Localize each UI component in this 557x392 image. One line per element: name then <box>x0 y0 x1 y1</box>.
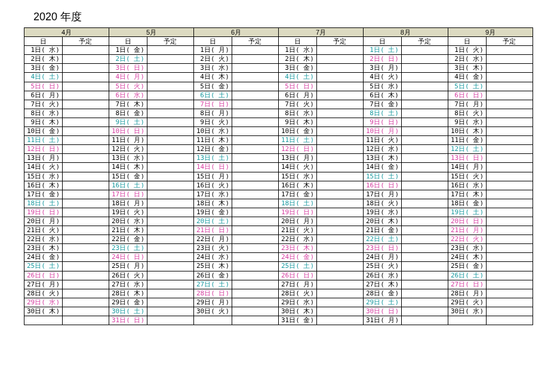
plan-cell <box>232 55 278 64</box>
date-cell <box>193 316 232 325</box>
plan-cell <box>62 226 109 235</box>
plan-cell <box>232 181 278 190</box>
plan-cell <box>147 190 193 199</box>
plan-cell <box>147 280 193 289</box>
plan-cell <box>232 91 278 100</box>
date-cell: 8日( 水) <box>24 109 63 118</box>
date-cell: 22日( 月) <box>193 235 232 244</box>
date-cell: 16日( 木) <box>24 181 63 190</box>
date-cell: 10日( 金) <box>278 127 316 136</box>
date-cell: 9日( 水) <box>448 118 486 126</box>
plan-cell <box>147 316 193 325</box>
plan-cell <box>147 289 193 298</box>
subheader-date: 日 <box>363 37 401 46</box>
date-cell: 17日( 金) <box>24 190 63 199</box>
plan-cell <box>486 46 533 55</box>
plan-cell <box>147 298 193 307</box>
date-cell: 1日( 水) <box>24 46 63 55</box>
date-cell: 24日( 水) <box>193 253 232 262</box>
date-cell: 22日( 土) <box>363 235 401 244</box>
plan-cell <box>486 100 533 109</box>
date-cell: 14日( 月) <box>448 163 486 172</box>
plan-cell <box>147 262 193 271</box>
plan-cell <box>62 163 109 172</box>
plan-cell <box>232 289 278 298</box>
date-cell: 6日( 月) <box>278 91 316 100</box>
plan-cell <box>316 307 363 316</box>
plan-cell <box>401 208 448 217</box>
date-cell: 24日( 金) <box>24 253 63 262</box>
date-cell: 4日( 月) <box>109 73 147 82</box>
date-cell: 18日( 月) <box>109 199 147 208</box>
plan-cell <box>62 109 109 118</box>
date-cell: 12日( 火) <box>109 145 147 154</box>
plan-cell <box>316 208 363 217</box>
plan-cell <box>232 82 278 91</box>
plan-cell <box>62 100 109 109</box>
date-cell: 9日( 火) <box>193 118 232 126</box>
date-cell: 20日( 日) <box>448 217 486 226</box>
date-cell: 16日( 水) <box>448 181 486 190</box>
calendar-row: 25日( 土)25日( 月)25日( 木)25日( 土)25日( 火)25日( … <box>24 262 533 271</box>
date-cell: 3日( 水) <box>193 64 232 73</box>
date-cell: 7日( 日) <box>193 100 232 109</box>
plan-cell <box>316 109 363 118</box>
date-cell: 30日( 水) <box>448 307 486 316</box>
plan-cell <box>232 190 278 199</box>
date-cell: 15日( 土) <box>363 172 401 181</box>
plan-cell <box>316 271 363 280</box>
plan-cell <box>486 145 533 154</box>
plan-cell <box>316 136 363 145</box>
date-cell: 20日( 土) <box>193 217 232 226</box>
plan-cell <box>232 307 278 316</box>
date-cell: 1日( 土) <box>363 46 401 55</box>
plan-cell <box>486 271 533 280</box>
plan-cell <box>486 262 533 271</box>
plan-cell <box>232 298 278 307</box>
plan-cell <box>232 244 278 253</box>
plan-cell <box>62 172 109 181</box>
date-cell: 1日( 火) <box>448 46 486 55</box>
calendar-row: 31日( 日)31日( 金)31日( 月) <box>24 316 533 325</box>
subheader-date: 日 <box>109 37 147 46</box>
plan-cell <box>147 217 193 226</box>
plan-cell <box>401 145 448 154</box>
date-cell: 6日( 土) <box>193 91 232 100</box>
plan-cell <box>401 226 448 235</box>
date-cell: 12日( 金) <box>193 145 232 154</box>
plan-cell <box>62 271 109 280</box>
calendar-row: 4日( 土)4日( 月)4日( 木)4日( 土)4日( 火)4日( 金) <box>24 73 533 82</box>
plan-cell <box>316 280 363 289</box>
date-cell: 11日( 火) <box>363 136 401 145</box>
date-cell: 9日( 日) <box>363 118 401 126</box>
plan-cell <box>232 253 278 262</box>
date-cell: 16日( 火) <box>193 181 232 190</box>
date-cell: 23日( 木) <box>278 244 316 253</box>
date-cell: 6日( 木) <box>363 91 401 100</box>
plan-cell <box>62 82 109 91</box>
date-cell: 6日( 水) <box>109 91 147 100</box>
plan-cell <box>316 226 363 235</box>
date-cell: 29日( 火) <box>448 298 486 307</box>
date-cell: 13日( 土) <box>193 154 232 163</box>
date-cell: 25日( 木) <box>193 262 232 271</box>
date-cell: 26日( 土) <box>448 271 486 280</box>
plan-cell <box>147 271 193 280</box>
calendar-row: 2日( 木)2日( 土)2日( 火)2日( 木)2日( 日)2日( 水) <box>24 55 533 64</box>
date-cell: 2日( 日) <box>363 55 401 64</box>
calendar-row: 14日( 火)14日( 木)14日( 日)14日( 火)14日( 金)14日( … <box>24 163 533 172</box>
date-cell: 21日( 木) <box>109 226 147 235</box>
plan-cell <box>147 64 193 73</box>
date-cell: 27日( 月) <box>24 280 63 289</box>
date-cell: 18日( 火) <box>363 199 401 208</box>
plan-cell <box>316 73 363 82</box>
date-cell: 9日( 木) <box>278 118 316 126</box>
date-cell: 4日( 木) <box>193 73 232 82</box>
date-cell: 17日( 木) <box>448 190 486 199</box>
date-cell: 2日( 水) <box>448 55 486 64</box>
plan-cell <box>401 73 448 82</box>
date-cell: 19日( 水) <box>363 208 401 217</box>
plan-cell <box>401 46 448 55</box>
date-cell: 23日( 日) <box>363 244 401 253</box>
plan-cell <box>401 235 448 244</box>
